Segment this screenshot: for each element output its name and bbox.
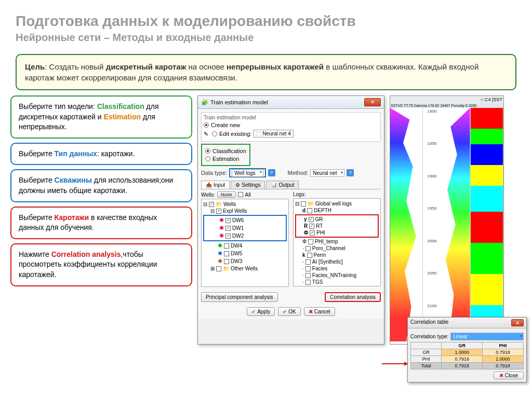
input-icon: 📥	[206, 182, 212, 188]
ok-button[interactable]: ✔OK	[278, 307, 300, 316]
log-item[interactable]: ·TGS	[295, 279, 379, 285]
wells-none-button[interactable]: None	[217, 191, 236, 198]
log-item[interactable]: ·AI [Synthetic]	[295, 258, 379, 265]
logs-label: Logs:	[293, 191, 305, 197]
check-icon: ✔	[251, 309, 256, 314]
log-item[interactable]: ·Poro_Channel	[295, 245, 379, 252]
logs-tree[interactable]: ⊟📁Global well logs dDEPTH γ✓GR R✓RT Φ✓PH…	[293, 198, 381, 286]
wells-tree[interactable]: ⊟✓📁Wells ⊟✓Expl Wells ✱✓DW6 ✱✓DW1 ✱✓DW2 …	[201, 199, 289, 287]
pencil-icon: ✎	[204, 131, 210, 137]
tab-output[interactable]: 📊Output	[266, 181, 299, 189]
radio-create-new[interactable]: Create new	[204, 122, 378, 128]
log-item[interactable]: ΦPHI_temp	[295, 238, 379, 245]
well-log-display: ○ C4 [SST SSTVD TT,T5 Gamma 179.02 19467…	[390, 95, 504, 345]
check-icon: ✔	[283, 309, 287, 314]
goal-box: Цель: Создать новый дискретный каротаж н…	[16, 54, 516, 90]
corr-close-button[interactable]: ✖ Close	[494, 372, 524, 379]
instruction-column: Выберите тип модели: Classification для …	[10, 95, 192, 345]
dialog-tabs: 📥Input ⚙Settings 📊Output	[201, 181, 381, 189]
data-type-dropdown[interactable]: Well logs	[232, 169, 263, 177]
window-close-button[interactable]: ✕	[364, 98, 381, 106]
close-icon: ✖	[309, 309, 313, 314]
correlation-table-dialog: Correlation table ✕ Correlation type: Li…	[407, 317, 527, 382]
log-item[interactable]: R✓RT	[297, 223, 377, 229]
section-train: Train estimation model Create new ✎Edit …	[201, 112, 381, 142]
help-icon[interactable]: ?	[268, 169, 275, 176]
correlation-analysis-button[interactable]: Correlation analysis	[325, 292, 381, 302]
well-item[interactable]: ✱DW3	[203, 257, 287, 265]
radio-classification[interactable]: Classification	[205, 148, 246, 154]
corr-close-icon[interactable]: ✕	[511, 319, 524, 326]
page-title: Подготовка данных к моделированию свойст…	[16, 13, 516, 30]
log-window-header: ○ C4 [SST	[390, 96, 503, 103]
well-item[interactable]: ✱DW5	[203, 250, 287, 257]
dialog-titlebar[interactable]: 🧩Train estimation model ✕	[198, 96, 384, 109]
depth-track: 1800 1850 1900 1950 2000 2050 2100 2150	[423, 108, 437, 341]
well-item[interactable]: ✱DW4	[203, 242, 287, 250]
page-subtitle: Нейронные сети – Методы и входные данные	[16, 32, 516, 44]
instr-data-type: Выберите Тип данных: каротажи.	[10, 143, 192, 166]
log-item[interactable]: ·Facies_NNTraining	[295, 272, 379, 279]
goal-label: Цель	[25, 62, 45, 71]
dialog-icon: 🧩	[201, 99, 208, 106]
page-header: Подготовка данных к моделированию свойст…	[0, 0, 532, 49]
correlation-table: GRPHI GR1.00000.7918 PHI0.79181.0000 Tot…	[410, 342, 524, 369]
wells-all-checkbox[interactable]	[238, 192, 243, 197]
radio-estimation[interactable]: Estimation	[205, 156, 246, 162]
log-item[interactable]: Φ✓PHI	[297, 229, 377, 236]
instr-correlation: Нажмите Correlation analysis,чтобы просм…	[10, 243, 192, 286]
wells-label: Wells:	[201, 192, 215, 198]
data-type-label: Data type:	[201, 170, 227, 176]
corr-type-dropdown[interactable]: Linear	[450, 333, 524, 340]
callout-arrow	[382, 363, 405, 364]
log-item[interactable]: γ✓GR	[297, 216, 377, 223]
log-item[interactable]: dDEPTH	[295, 207, 379, 214]
well-item[interactable]: ✱✓DW1	[205, 224, 285, 232]
instr-model-type: Выберите тип модели: Classification для …	[10, 95, 192, 139]
corr-dialog-title: Correlation table	[410, 319, 448, 326]
tab-input[interactable]: 📥Input	[201, 181, 230, 189]
apply-button[interactable]: ✔Apply	[247, 307, 275, 316]
dialog-title: Train estimation model	[210, 99, 268, 105]
train-estimation-dialog: 🧩Train estimation model ✕ Train estimati…	[197, 95, 384, 345]
instr-wells: Выберите Скважины для использования;они …	[10, 169, 192, 202]
existing-model-select[interactable]: ⬚Neural net 4	[254, 130, 293, 138]
help-icon-2[interactable]: ?	[347, 169, 354, 176]
log-item[interactable]: ·Facies	[295, 265, 379, 272]
well-item[interactable]: ✱✓DW2	[205, 232, 285, 240]
corr-type-label: Correlation type:	[410, 334, 448, 339]
well-item[interactable]: ✱✓DW6	[205, 216, 285, 224]
cancel-button[interactable]: ✖Cancel	[304, 307, 335, 316]
instr-logs: Выберите Каротажи в качестве входных дан…	[10, 207, 192, 239]
pca-button[interactable]: Principal component analysis	[201, 292, 278, 302]
tab-settings[interactable]: ⚙Settings	[231, 181, 265, 189]
log-item[interactable]: kPerm	[295, 252, 379, 258]
radio-edit-existing[interactable]: ✎Edit existing: ⬚Neural net 4	[204, 130, 378, 138]
log-item[interactable]: ·TGS_with_trends	[295, 285, 379, 286]
method-label: Method:	[288, 170, 309, 176]
output-icon: 📊	[271, 182, 277, 188]
model-type-group: Classification Estimation	[201, 144, 250, 166]
settings-icon: ⚙	[235, 182, 240, 188]
track-header: SSTVD TT,T5 Gamma 179.02 19467 Porosity …	[390, 103, 503, 108]
corr-titlebar[interactable]: Correlation table ✕	[408, 318, 526, 328]
method-dropdown[interactable]: Neural net	[310, 169, 344, 177]
